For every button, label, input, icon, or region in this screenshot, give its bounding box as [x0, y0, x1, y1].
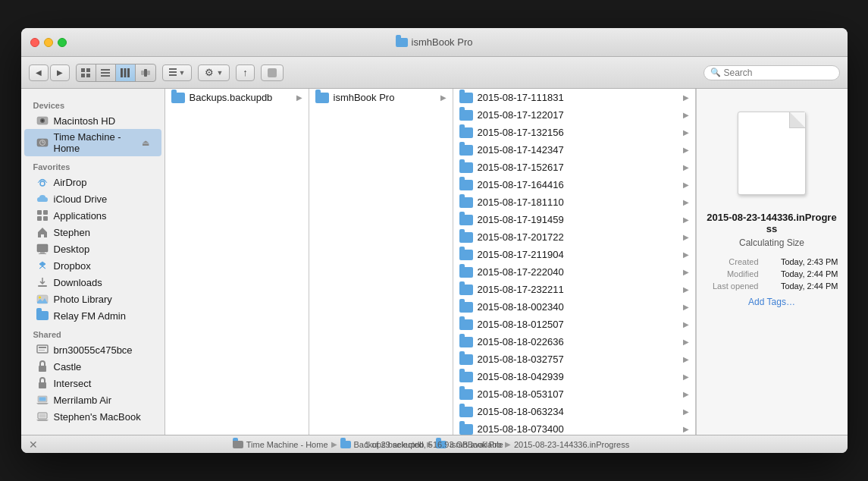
coverflow-view-button[interactable]: [136, 64, 155, 81]
add-tags-button[interactable]: Add Tags…: [748, 297, 795, 307]
titlebar: ismhBook Pro: [21, 28, 848, 57]
eject-icon[interactable]: ⏏: [142, 138, 149, 148]
col3-item-8[interactable]: 2015-08-17-201722 ▶: [453, 228, 695, 246]
svg-marker-32: [39, 262, 45, 266]
breadcrumb-sep-3: ▶: [505, 440, 511, 448]
title-folder-icon: [396, 38, 408, 47]
svg-rect-11: [144, 69, 147, 77]
forward-button[interactable]: ▶: [50, 64, 70, 81]
col3-item-7[interactable]: 2015-08-17-191459 ▶: [453, 211, 695, 228]
sidebar-item-photo-library[interactable]: Photo Library: [24, 291, 161, 307]
col3-item-18[interactable]: 2015-08-18-063234 ▶: [453, 403, 695, 420]
folder-icon: [171, 93, 185, 103]
modified-row: Modified Today, 2:44 PM: [706, 269, 838, 278]
status-text: 1 of 29 selected, 516.93 GB available: [365, 440, 503, 449]
sidebar-item-merrilamb[interactable]: Merrilamb Air: [24, 391, 161, 408]
lock-icon: [36, 360, 49, 373]
col3-item-2[interactable]: 2015-08-17-132156 ▶: [453, 124, 695, 141]
svg-rect-6: [101, 75, 110, 77]
sidebar-item-label: Time Machine - Home: [54, 131, 136, 154]
modified-value: Today, 2:44 PM: [781, 269, 838, 278]
folder-icon: [459, 285, 473, 295]
sidebar-item-applications[interactable]: Applications: [24, 207, 161, 224]
col3-item-4[interactable]: 2015-08-17-152617 ▶: [453, 159, 695, 176]
col3-item-6[interactable]: 2015-08-17-181110 ▶: [453, 193, 695, 211]
preview-pane: 2015-08-23-144336.inProgress Calculating…: [696, 89, 848, 435]
window-title: ismhBook Pro: [396, 36, 473, 48]
laptop-icon: [36, 394, 49, 406]
favorites-header: Favorites: [21, 156, 165, 174]
svg-rect-30: [39, 253, 46, 254]
item-label: 2015-08-18-032757: [478, 354, 564, 365]
svg-point-36: [39, 297, 41, 299]
item-label: Backups.backupdb: [190, 92, 273, 103]
item-label: 2015-08-17-232211: [478, 284, 564, 295]
photos-icon: [36, 293, 49, 305]
close-button[interactable]: [30, 38, 39, 47]
sidebar-item-stephen[interactable]: Stephen: [24, 224, 161, 240]
tag-button[interactable]: [261, 64, 284, 81]
sidebar-item-castle[interactable]: Castle: [24, 358, 161, 375]
folder-icon: [459, 197, 473, 208]
svg-rect-28: [37, 244, 48, 252]
arrange-button[interactable]: ▼: [162, 64, 193, 81]
icon-view-button[interactable]: [77, 64, 96, 81]
folder-icon: [36, 310, 49, 322]
sidebar-item-dropbox[interactable]: Dropbox: [24, 257, 161, 274]
col3-item-1[interactable]: 2015-08-17-122017 ▶: [453, 106, 695, 124]
breadcrumb-item-4: 2015-08-23-144336.inProgress: [514, 440, 629, 449]
col3-item-17[interactable]: 2015-08-18-053107 ▶: [453, 385, 695, 403]
maximize-button[interactable]: [58, 38, 67, 47]
sidebar-item-time-machine[interactable]: Time Machine - Home ⏏: [24, 129, 161, 156]
col3-item-14[interactable]: 2015-08-18-022636 ▶: [453, 333, 695, 351]
action-button[interactable]: ⚙ ▼: [198, 64, 230, 81]
sidebar-item-relay[interactable]: Relay FM Admin: [24, 307, 161, 324]
share-button[interactable]: ↑: [236, 64, 255, 81]
status-close-button[interactable]: ✕: [29, 439, 38, 451]
sidebar-item-brn[interactable]: brn30055c475bce: [24, 341, 161, 358]
folder-icon: [459, 407, 473, 417]
folder-icon: [459, 215, 473, 225]
svg-rect-33: [38, 285, 47, 287]
list-view-button[interactable]: [96, 64, 116, 81]
column-item-backups[interactable]: Backups.backupdb ▶: [165, 89, 309, 106]
shared-icon: [36, 344, 49, 356]
col3-item-10[interactable]: 2015-08-17-222040 ▶: [453, 263, 695, 281]
last-opened-row: Last opened Today, 2:44 PM: [706, 281, 838, 291]
search-box[interactable]: 🔍: [703, 65, 840, 80]
svg-rect-5: [101, 72, 110, 74]
sidebar-item-label: brn30055c475bce: [54, 344, 133, 356]
back-button[interactable]: ◀: [29, 64, 49, 81]
minimize-button[interactable]: [44, 38, 53, 47]
sidebar-item-desktop[interactable]: Desktop: [24, 240, 161, 257]
column-3: 2015-08-17-111831 ▶ 2015-08-17-122017 ▶ …: [453, 89, 696, 435]
col3-item-16[interactable]: 2015-08-18-042939 ▶: [453, 368, 695, 385]
col3-item-0[interactable]: 2015-08-17-111831 ▶: [453, 89, 695, 106]
col3-item-11[interactable]: 2015-08-17-232211 ▶: [453, 281, 695, 298]
column-item-ismhbook[interactable]: ismhBook Pro ▶: [309, 89, 453, 106]
sidebar-item-icloud[interactable]: iCloud Drive: [24, 190, 161, 207]
item-label: 2015-08-17-191459: [478, 214, 564, 225]
breadcrumb-folder-icon: [340, 441, 351, 448]
sidebar-item-label: Photo Library: [54, 294, 112, 305]
desktop-icon: [36, 243, 49, 255]
col3-item-5[interactable]: 2015-08-17-164416 ▶: [453, 176, 695, 193]
column-view-button[interactable]: [116, 64, 136, 81]
sidebar-item-intersect[interactable]: Intersect: [24, 375, 161, 391]
col3-item-13[interactable]: 2015-08-18-012507 ▶: [453, 316, 695, 333]
laptop-icon-2: [36, 410, 49, 423]
search-input[interactable]: [724, 68, 833, 78]
col3-item-12[interactable]: 2015-08-18-002340 ▶: [453, 298, 695, 316]
sidebar-item-stephens-macbook[interactable]: Stephen's MacBook: [24, 408, 161, 425]
item-label: ismhBook Pro: [334, 92, 395, 103]
svg-rect-26: [37, 216, 42, 221]
col3-item-9[interactable]: 2015-08-17-211904 ▶: [453, 246, 695, 263]
col3-item-15[interactable]: 2015-08-18-032757 ▶: [453, 351, 695, 368]
svg-point-18: [41, 120, 43, 122]
sidebar-item-airdrop[interactable]: AirDrop: [24, 174, 161, 190]
sidebar-item-downloads[interactable]: Downloads: [24, 274, 161, 291]
sidebar-item-macintosh-hd[interactable]: Macintosh HD: [24, 112, 161, 129]
col3-item-3[interactable]: 2015-08-17-142347 ▶: [453, 141, 695, 159]
col3-item-19[interactable]: 2015-08-18-073400 ▶: [453, 420, 695, 435]
item-label: 2015-08-18-042939: [478, 371, 564, 382]
